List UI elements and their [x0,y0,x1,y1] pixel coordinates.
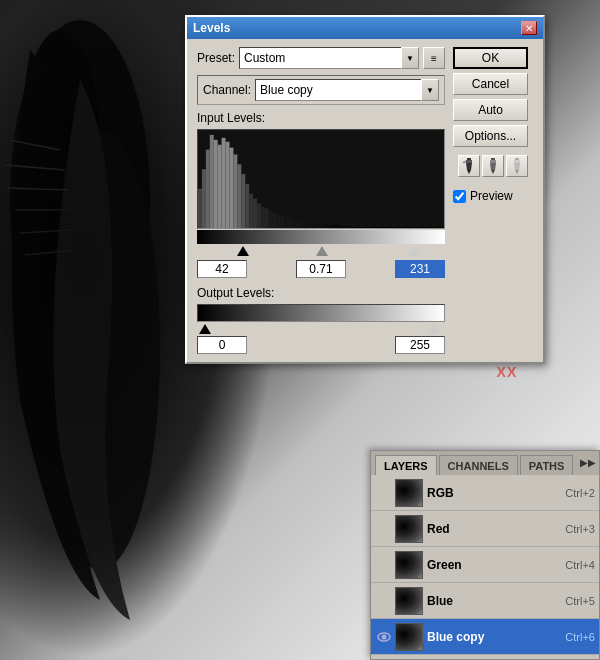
svg-rect-49 [352,227,356,228]
layer-shortcut-blue: Ctrl+5 [565,595,595,607]
input-black-slider[interactable] [237,246,249,256]
svg-rect-37 [304,222,308,228]
layer-shortcut-blue-copy: Ctrl+6 [565,631,595,643]
white-eyedropper-button[interactable] [506,155,528,177]
svg-rect-23 [249,194,253,228]
input-values-row [197,260,445,278]
layer-name-blue-copy: Blue copy [427,630,565,644]
output-black-value[interactable] [197,336,247,354]
svg-rect-50 [355,227,359,228]
input-slider-container [197,244,445,256]
layer-visibility-green[interactable] [375,556,393,574]
svg-marker-59 [466,163,472,170]
layer-visibility-red[interactable] [375,520,393,538]
output-white-slider[interactable] [428,324,440,334]
layer-visibility-blue-copy[interactable] [375,628,393,646]
preset-label: Preset: [197,51,235,65]
tab-channels[interactable]: CHANNELS [439,455,518,475]
svg-rect-41 [320,224,324,228]
layer-row-red[interactable]: Red Ctrl+3 [371,511,599,547]
svg-rect-47 [344,226,348,228]
options-button[interactable]: Options... [453,125,528,147]
input-gray-value[interactable] [296,260,346,278]
output-white-value[interactable] [395,336,445,354]
layer-name-blue: Blue [427,594,565,608]
preview-checkbox[interactable] [453,190,466,203]
auto-button[interactable]: Auto [453,99,528,121]
output-slider-container [197,322,445,334]
preset-options-button[interactable]: ≡ [423,47,445,69]
layers-options-button[interactable]: ▶▶ [581,455,595,469]
svg-rect-24 [253,199,257,228]
svg-rect-14 [214,140,218,228]
input-black-value[interactable] [197,260,247,278]
svg-marker-60 [467,170,471,174]
svg-rect-27 [265,208,269,228]
output-slider-track [197,304,445,322]
svg-rect-38 [308,222,312,228]
input-gray-slider[interactable] [316,246,328,256]
layers-panel: LAYERS CHANNELS PATHS ▶▶ RGB Ctrl+2 Red [370,450,600,660]
svg-rect-10 [198,189,202,228]
layer-row-green[interactable]: Green Ctrl+4 [371,547,599,583]
svg-rect-25 [257,204,261,229]
layer-row-blue[interactable]: Blue Ctrl+5 [371,583,599,619]
svg-rect-34 [292,219,296,228]
ok-button[interactable]: OK [453,47,528,69]
close-button[interactable]: ✕ [521,21,537,35]
channel-select[interactable]: Blue copy [255,79,439,101]
svg-rect-20 [237,164,241,228]
dialog-title: Levels [193,21,230,35]
dialog-body: Preset: Custom ▼ ≡ Channel: Blue copy ▼ [187,39,543,362]
layer-row-blue-copy[interactable]: Blue copy Ctrl+6 [371,619,599,655]
preset-select[interactable]: Custom [239,47,419,69]
tab-layers[interactable]: LAYERS [375,455,437,475]
gray-eyedropper-button[interactable] [482,155,504,177]
svg-rect-19 [233,155,237,229]
layer-thumb-green [395,551,423,579]
dialog-left: Preset: Custom ▼ ≡ Channel: Blue copy ▼ [197,47,445,354]
output-values-row [197,336,445,354]
dialog-titlebar: Levels ✕ [187,17,543,39]
layer-thumb-red [395,515,423,543]
svg-rect-55 [395,227,415,228]
layer-visibility-rgb[interactable] [375,484,393,502]
levels-dialog: Levels ✕ Preset: Custom ▼ ≡ Channel: [185,15,545,364]
black-eyedropper-button[interactable] [458,155,480,177]
svg-rect-53 [375,227,383,228]
svg-rect-30 [277,215,281,228]
preset-row: Preset: Custom ▼ ≡ [197,47,445,69]
layer-row-rgb[interactable]: RGB Ctrl+2 [371,475,599,511]
channel-row: Channel: Blue copy ▼ [197,75,445,105]
layer-name-green: Green [427,558,565,572]
output-black-slider[interactable] [199,324,211,334]
layer-thumb-rgb [395,479,423,507]
svg-rect-40 [316,223,320,228]
svg-rect-22 [245,184,249,228]
svg-rect-48 [348,226,352,228]
cancel-button[interactable]: Cancel [453,73,528,95]
svg-rect-57 [467,158,471,160]
svg-point-71 [382,634,387,639]
layer-visibility-blue[interactable] [375,592,393,610]
svg-rect-58 [466,160,472,163]
svg-rect-44 [332,225,336,228]
svg-rect-46 [340,226,344,228]
svg-rect-17 [226,142,230,228]
svg-marker-68 [514,163,520,170]
svg-rect-12 [206,150,210,228]
svg-rect-32 [285,217,289,228]
svg-rect-15 [218,145,222,228]
tab-paths[interactable]: PATHS [520,455,574,475]
input-white-slider[interactable] [408,246,420,256]
layer-shortcut-rgb: Ctrl+2 [565,487,595,499]
svg-rect-21 [241,174,245,228]
histogram [197,129,445,229]
svg-rect-16 [222,138,226,228]
svg-rect-54 [383,227,395,228]
layers-tabs: LAYERS CHANNELS PATHS ▶▶ [371,451,599,475]
input-white-value[interactable] [395,260,445,278]
svg-rect-42 [324,224,328,228]
layer-thumb-blue-copy [395,623,423,651]
svg-rect-45 [336,225,340,228]
